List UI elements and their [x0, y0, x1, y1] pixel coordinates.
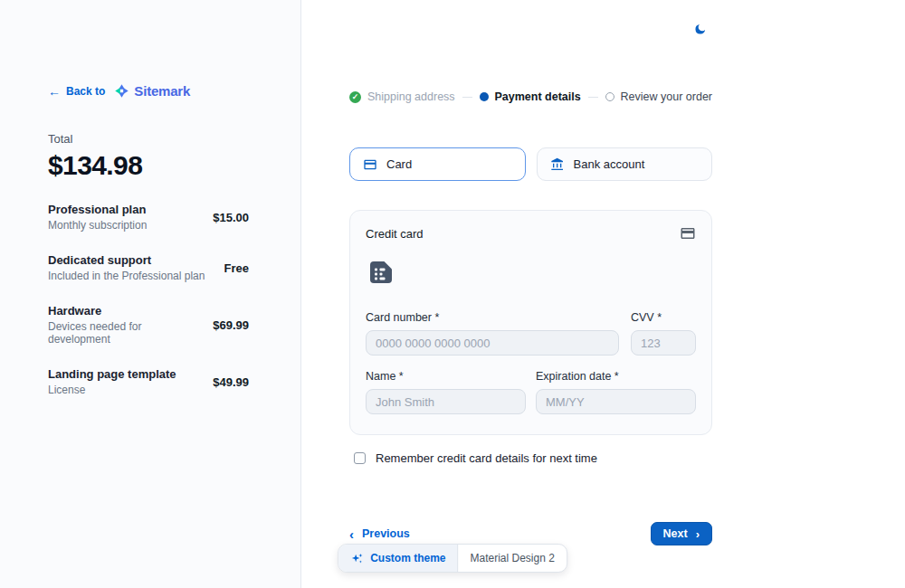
previous-label: Previous — [362, 527, 410, 540]
expiration-label: Expiration date * — [536, 370, 696, 383]
remember-card-checkbox[interactable] — [354, 452, 366, 464]
sim-chip-icon — [366, 257, 696, 291]
checkout-stepper: ✓ Shipping address Payment details Revie… — [349, 90, 712, 103]
item-price: $69.99 — [213, 318, 249, 332]
checkout-content: ✓ Shipping address Payment details Revie… — [349, 0, 712, 588]
credit-card-panel-header: Credit card — [366, 225, 696, 242]
step-navigation: ‹ Previous Next › — [349, 522, 712, 545]
item-desc: License — [48, 384, 176, 396]
order-summary-sidebar: ← Back to Sitemark Total $134.98 Profess… — [0, 0, 301, 588]
step-upcoming-icon — [605, 92, 614, 101]
panel-title: Credit card — [366, 227, 424, 241]
item-desc: Included in the Professional plan — [48, 270, 205, 282]
step-shipping-address[interactable]: ✓ Shipping address — [349, 90, 455, 103]
step-active-icon — [480, 92, 489, 101]
name-field-group: Name * — [366, 370, 526, 414]
item-desc: Monthly subscription — [48, 219, 147, 232]
remember-card-row[interactable]: Remember credit card details for next ti… — [354, 451, 597, 465]
cvv-label: CVV * — [631, 311, 696, 324]
next-label: Next — [663, 527, 688, 540]
item-name: Landing page template — [48, 367, 176, 381]
credit-card-corner-icon — [680, 225, 696, 242]
step-label: Review your order — [621, 90, 712, 103]
stepper-connector — [462, 97, 472, 98]
order-items-list: Professional plan Monthly subscription $… — [48, 203, 249, 396]
back-link[interactable]: ← Back to Sitemark — [48, 83, 249, 99]
theme-switcher: Custom theme Material Design 2 — [338, 544, 567, 573]
name-input[interactable] — [366, 389, 526, 414]
order-item: Hardware Devices needed for development … — [48, 304, 249, 346]
expiration-input[interactable] — [536, 389, 696, 414]
card-number-label: Card number * — [366, 311, 619, 324]
theme-option-label: Custom theme — [370, 552, 445, 564]
item-price: $15.00 — [213, 211, 249, 224]
item-desc: Devices needed for development — [48, 320, 204, 346]
bank-icon — [550, 157, 565, 172]
back-label: Back to — [66, 85, 105, 98]
step-review-order[interactable]: Review your order — [605, 90, 712, 103]
expiration-field-group: Expiration date * — [536, 370, 696, 414]
step-completed-icon: ✓ — [349, 91, 361, 103]
payment-method-label: Card — [386, 157, 412, 171]
remember-card-label: Remember credit card details for next ti… — [376, 451, 597, 465]
credit-card-icon — [363, 157, 377, 172]
checkout-main: ✓ Shipping address Payment details Revie… — [301, 0, 905, 588]
chevron-left-icon: ‹ — [349, 527, 354, 541]
total-value: $134.98 — [48, 150, 249, 181]
name-label: Name * — [366, 370, 526, 383]
card-number-field-group: Card number * — [366, 311, 619, 356]
stepper-connector — [588, 97, 598, 98]
back-arrow-icon: ← — [48, 85, 61, 98]
item-name: Dedicated support — [48, 253, 205, 267]
sparkle-icon — [350, 552, 364, 565]
sitemark-logo-icon — [114, 83, 129, 99]
brand-name: Sitemark — [134, 83, 190, 99]
order-item: Dedicated support Included in the Profes… — [48, 253, 249, 282]
order-item: Landing page template License $49.99 — [48, 367, 249, 396]
theme-option-custom[interactable]: Custom theme — [338, 545, 458, 572]
total-label: Total — [48, 132, 249, 146]
cvv-field-group: CVV * — [631, 311, 696, 356]
chevron-right-icon: › — [696, 528, 700, 540]
payment-method-toggle: Card Bank account — [349, 147, 712, 181]
item-price: $49.99 — [213, 375, 249, 389]
item-name: Hardware — [48, 304, 204, 318]
next-button[interactable]: Next › — [651, 522, 712, 545]
credit-card-panel: Credit card Card number * — [349, 210, 712, 435]
item-price: Free — [224, 261, 249, 275]
theme-option-material-design-2[interactable]: Material Design 2 — [458, 545, 566, 572]
previous-button[interactable]: ‹ Previous — [349, 527, 410, 541]
order-item: Professional plan Monthly subscription $… — [48, 203, 249, 232]
theme-option-label: Material Design 2 — [470, 552, 554, 564]
card-number-input[interactable] — [366, 330, 619, 356]
step-label: Shipping address — [367, 90, 455, 103]
step-payment-details[interactable]: Payment details — [480, 90, 581, 103]
brand-logo[interactable]: Sitemark — [114, 83, 190, 99]
payment-method-label: Bank account — [574, 157, 645, 171]
cvv-input[interactable] — [631, 330, 696, 356]
step-label: Payment details — [495, 90, 581, 103]
payment-method-bank-account[interactable]: Bank account — [537, 147, 713, 181]
item-name: Professional plan — [48, 203, 147, 216]
payment-method-card[interactable]: Card — [349, 147, 526, 181]
